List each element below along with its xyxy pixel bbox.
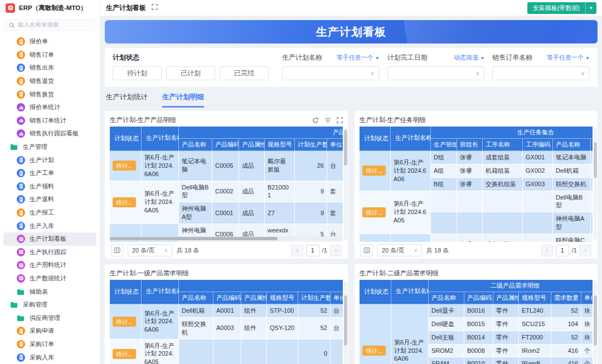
- column-header[interactable]: 生产计划名称▲▼: [142, 127, 179, 151]
- status-option-1[interactable]: 待计划: [113, 66, 162, 80]
- status-option-2[interactable]: 已计划: [166, 66, 215, 80]
- table-row[interactable]: 待计...第6月-生产计划 2024.6A06D组张睿成套组装GX001笔记本电…: [360, 151, 593, 164]
- table-row[interactable]: 待计...第6月-生产计划 2024.6A05Dell电脑B型C0002: [360, 191, 593, 213]
- filter-select[interactable]: ∨: [282, 66, 380, 80]
- prev-page-button[interactable]: ‹: [292, 245, 303, 256]
- sidebar-item-23[interactable]: 采购申请: [3, 324, 96, 338]
- column-settings-button[interactable]: [111, 244, 123, 256]
- filter-operator-link[interactable]: 等于任意一个 ▼: [547, 54, 590, 62]
- sidebar-item-3[interactable]: 销售出库: [3, 61, 96, 75]
- search-input[interactable]: 输入名称来搜索: [4, 20, 95, 31]
- column-header[interactable]: 计划状态▲: [360, 127, 391, 151]
- column-header[interactable]: 工序编码: [523, 139, 553, 151]
- fullscreen-icon[interactable]: [152, 4, 158, 12]
- filter-lines-icon[interactable]: [324, 117, 331, 124]
- column-header[interactable]: 计划生产数量: [295, 139, 327, 151]
- column-header[interactable]: 产品名称: [179, 139, 212, 151]
- sidebar-item-5[interactable]: 销售换货: [3, 88, 96, 101]
- sidebar-item-8[interactable]: 销售执行跟踪看板: [3, 127, 96, 140]
- column-header[interactable]: 生产班组: [431, 139, 457, 151]
- column-header[interactable]: 规格型号: [519, 292, 551, 304]
- sidebar-item-6[interactable]: 报价单统计: [3, 101, 96, 114]
- sidebar-item-22[interactable]: 供应商管理: [3, 311, 96, 324]
- tab-1[interactable]: 生产计划统计: [106, 93, 148, 108]
- install-template-button[interactable]: 安装模板(带数据) ▼: [527, 2, 596, 14]
- page-size-select[interactable]: 20 条/页∨: [377, 244, 422, 256]
- sidebar-item-21[interactable]: 采购管理: [3, 298, 96, 312]
- column-header[interactable]: 单位: [331, 292, 343, 304]
- table-row[interactable]: 待计...第6月-生产计划 2024.6A050: [110, 339, 343, 364]
- column-header[interactable]: 产品名称: [553, 139, 591, 151]
- next-page-button[interactable]: ›: [580, 245, 591, 256]
- table-scroll-area[interactable]: 计划状态▲生产计划名称▲▼一级产品需求明细产品名称产品编码产品属性规格型号计划生…: [110, 280, 343, 364]
- column-settings-button[interactable]: [361, 244, 373, 256]
- vertical-scrollbar[interactable]: [594, 128, 597, 240]
- sidebar-item-12[interactable]: 生产领料: [3, 180, 96, 193]
- table-row[interactable]: 待计...第6月-生产计划 2024.6A06Dell显卡B0016零件ETL2…: [360, 304, 593, 318]
- refresh-icon[interactable]: [312, 117, 319, 124]
- vertical-scrollbar[interactable]: [344, 281, 347, 364]
- next-page-button[interactable]: ›: [330, 245, 342, 256]
- column-header[interactable]: 生产计划名称▲▼: [391, 127, 431, 151]
- table-scroll-area[interactable]: 计划状态▲生产计划名称▲▼生产任务集合生产班组班组长工序名称工序编码产品名称产品…: [360, 127, 593, 242]
- sidebar-item-9[interactable]: 生产管理: [3, 140, 96, 154]
- sidebar-item-20[interactable]: 辅助表: [3, 285, 96, 298]
- column-header[interactable]: 生产计划名称▲▼: [142, 280, 179, 304]
- sidebar-item-17[interactable]: 生产执行跟踪: [3, 246, 96, 259]
- column-header[interactable]: 班组长: [457, 139, 483, 151]
- sidebar-item-4[interactable]: 销售退货: [3, 75, 96, 88]
- column-header[interactable]: 产品编码: [591, 139, 593, 151]
- current-page[interactable]: 1: [306, 245, 319, 256]
- column-header[interactable]: 产品编码: [212, 139, 239, 151]
- install-dropdown-caret[interactable]: ▼: [585, 2, 596, 14]
- vertical-scrollbar[interactable]: [594, 281, 597, 364]
- sidebar-item-16[interactable]: 生产计划看板: [3, 232, 96, 246]
- column-header[interactable]: 工序名称: [483, 139, 523, 151]
- column-header[interactable]: 单位: [327, 139, 343, 151]
- sidebar-item-15[interactable]: 生产入库: [3, 219, 96, 232]
- tab-2[interactable]: 生产计划明细: [162, 93, 204, 108]
- sidebar-item-10[interactable]: 生产计划: [3, 153, 96, 167]
- sidebar-item-13[interactable]: 生产退料: [3, 193, 96, 206]
- table-scroll-area[interactable]: 计划状态▲生产计划名称▲▼二级产品需求明细产品名称产品编码产品属性规格型号需求数…: [360, 280, 593, 364]
- column-header[interactable]: 计划生产数量: [298, 292, 331, 304]
- table-row[interactable]: 待计...第6月-生产计划 2024.6A05D组张睿成套组装GX001联想电脑…: [360, 234, 593, 242]
- column-header[interactable]: 产品名称: [429, 292, 464, 304]
- column-header[interactable]: 产品属性: [241, 292, 267, 304]
- table-row[interactable]: 待计...第6月-生产计划 2024.6A06Dell机箱A0001组件STP-…: [110, 304, 343, 318]
- filter-select[interactable]: ∨: [492, 66, 590, 80]
- column-header[interactable]: 需求数量: [551, 292, 581, 304]
- column-header[interactable]: 产品名称: [179, 292, 213, 304]
- current-page[interactable]: 1: [556, 245, 569, 256]
- table-scroll-area[interactable]: 计划状态▲生产计划名称▲▼产品明细产品名称产品编码产品属性规格型号计划生产数量单…: [110, 127, 343, 242]
- table-row[interactable]: 待计...第6月-生产计划 2024.6A06笔记本电脑C0005成品戴尔最新版…: [110, 151, 343, 181]
- page-size-select[interactable]: 20 条/页∨: [128, 244, 172, 256]
- vertical-scrollbar[interactable]: [344, 128, 347, 240]
- horizontal-scrollbar[interactable]: [110, 236, 343, 241]
- sidebar-item-14[interactable]: 生产报工: [3, 206, 96, 220]
- sidebar-item-7[interactable]: 销售订单统计: [3, 114, 96, 128]
- column-header[interactable]: 计划状态▲: [110, 280, 142, 304]
- sidebar-item-25[interactable]: 采购入库: [3, 351, 96, 364]
- column-header[interactable]: 计划状态▲: [360, 280, 391, 304]
- column-header[interactable]: 规格型号: [265, 139, 295, 151]
- filter-select[interactable]: ∨: [387, 66, 485, 80]
- column-header[interactable]: 产品属性: [493, 292, 519, 304]
- sidebar-item-19[interactable]: 生产数据统计: [3, 272, 96, 285]
- column-header[interactable]: 规格型号: [267, 292, 298, 304]
- column-header[interactable]: 生产计划名称▲▼: [391, 280, 429, 304]
- column-header[interactable]: 单位: [581, 292, 593, 304]
- sidebar-item-18[interactable]: 生产用料统计: [3, 259, 96, 272]
- prev-page-button[interactable]: ‹: [541, 245, 553, 256]
- filter-operator-link[interactable]: 等于任意一个 ▼: [337, 54, 380, 62]
- install-template-label[interactable]: 安装模板(带数据): [527, 2, 585, 14]
- expand-icon[interactable]: [337, 117, 343, 123]
- column-header[interactable]: 产品编码: [213, 292, 241, 304]
- sidebar-item-24[interactable]: 采购订单: [3, 338, 96, 351]
- filter-operator-link[interactable]: 动态筛选 ▼: [454, 54, 484, 62]
- sidebar-item-2[interactable]: 销售订单: [3, 48, 96, 62]
- sidebar-item-11[interactable]: 生产工单: [3, 167, 96, 180]
- column-header[interactable]: 产品编码: [464, 292, 493, 304]
- sidebar-item-1[interactable]: 报价单: [3, 35, 96, 48]
- column-header[interactable]: 产品属性: [239, 139, 265, 151]
